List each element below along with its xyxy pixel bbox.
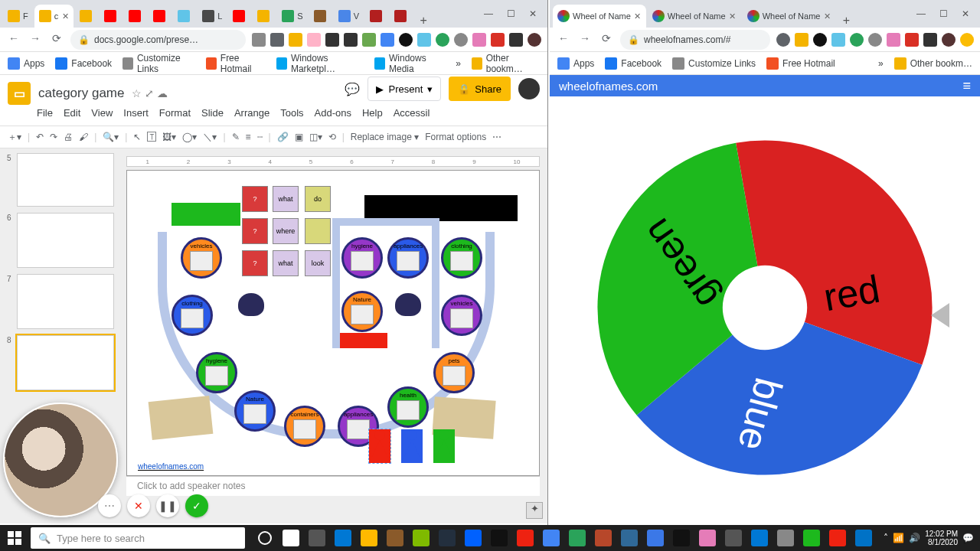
reload-icon[interactable]: ⟳ (599, 32, 614, 47)
mask-icon[interactable]: ◫▾ (309, 132, 322, 142)
blue-pawn[interactable] (401, 429, 423, 463)
hamburger-icon[interactable]: ≡ (962, 78, 971, 94)
new-tab-button[interactable]: + (414, 14, 433, 28)
ext-icon[interactable] (362, 33, 376, 47)
search-icon[interactable] (270, 33, 284, 47)
close-icon[interactable]: ✕ (529, 8, 537, 19)
taskbar-app[interactable] (695, 526, 720, 550)
more-icon[interactable]: ⋯ (98, 494, 121, 517)
account-avatar[interactable] (518, 78, 540, 99)
close-tab-icon[interactable]: ✕ (634, 12, 642, 20)
border-color-icon[interactable]: ✎ (232, 132, 240, 142)
bookmark-item[interactable]: Apps (557, 57, 594, 70)
ext-icon[interactable] (381, 33, 394, 47)
browser-tab[interactable] (309, 5, 332, 28)
forward-icon[interactable]: → (28, 32, 43, 47)
profile-avatar[interactable] (942, 33, 956, 47)
format-options-button[interactable]: Format options (425, 132, 486, 142)
ext-icon[interactable] (252, 33, 266, 47)
ext-icon[interactable] (436, 33, 449, 47)
board-spot[interactable]: appliances (387, 237, 429, 279)
ext-icon[interactable] (454, 33, 468, 47)
menu-item[interactable]: Edit (64, 107, 80, 126)
question-card[interactable]: do (305, 186, 331, 212)
minimize-icon[interactable]: — (484, 8, 493, 19)
board-spot[interactable]: hygiene (341, 237, 383, 279)
question-card[interactable]: what (273, 186, 299, 212)
close-tab-icon[interactable]: ✕ (729, 12, 737, 20)
taskbar-app[interactable] (565, 526, 590, 550)
taskbar-search[interactable]: 🔍 Type here to search (31, 527, 245, 549)
bookmarks-overflow[interactable]: » (878, 58, 884, 69)
browser-tab[interactable]: F (3, 5, 33, 28)
bookmark-item[interactable]: Free Hotmail (766, 57, 835, 70)
taskbar-clock[interactable]: 12:02 PM 8/1/2020 (925, 530, 958, 546)
textbox-icon[interactable]: 🅃 (147, 132, 156, 142)
menu-item[interactable]: Insert (123, 107, 149, 126)
taskbar-app[interactable] (773, 526, 798, 550)
cancel-recording-button[interactable]: ✕ (127, 494, 150, 517)
star-icon[interactable] (795, 33, 808, 47)
slides-logo-icon[interactable]: ▭ (8, 82, 31, 105)
replace-image-button[interactable]: Replace image ▾ (351, 132, 419, 142)
browser-tab[interactable]: Wheel of Name✕ (553, 5, 646, 28)
board-spot[interactable]: Nature (234, 390, 276, 432)
slide-thumb[interactable]: 7 (17, 274, 114, 329)
browser-tab[interactable] (390, 5, 413, 28)
board-spot[interactable]: clothing (172, 295, 213, 336)
question-card[interactable]: ? (242, 186, 268, 212)
taskbar-app[interactable] (799, 526, 824, 550)
menu-item[interactable]: Tools (280, 107, 303, 126)
spinner-wheel[interactable]: red blue green (589, 132, 941, 484)
ext-icon[interactable] (850, 33, 864, 47)
ext-icon[interactable] (307, 33, 321, 47)
taskbar-app[interactable] (669, 526, 694, 550)
browser-tab[interactable] (228, 5, 251, 28)
slide-canvas[interactable]: ?whatdo?where?whatlook vehiclesclothingh… (126, 170, 540, 476)
taskbar-app[interactable] (591, 526, 616, 550)
bookmarks-overflow[interactable]: » (456, 58, 461, 69)
start-button[interactable] (0, 525, 29, 551)
ext-icon[interactable] (472, 33, 486, 47)
other-bookmarks[interactable]: Other bookm… (472, 53, 540, 74)
red-pawn[interactable] (369, 429, 390, 463)
ext-icon[interactable] (887, 33, 900, 47)
browser-tab[interactable] (124, 5, 147, 28)
menu-item[interactable]: Add-ons (315, 107, 351, 126)
reload-icon[interactable]: ⟳ (49, 32, 64, 47)
border-dash-icon[interactable]: ┄ (257, 132, 263, 142)
ext-icon[interactable] (831, 33, 845, 47)
minimize-icon[interactable]: — (916, 8, 926, 19)
back-icon[interactable]: ← (6, 32, 21, 47)
monster-piece[interactable] (395, 293, 421, 316)
shape-icon[interactable]: ◯▾ (182, 132, 197, 142)
menu-item[interactable]: Slide (201, 107, 224, 126)
bookmark-item[interactable]: Windows Marketpl… (276, 53, 364, 74)
cortana-icon[interactable] (253, 526, 277, 550)
browser-tab[interactable] (173, 5, 196, 28)
address-bar[interactable]: 🔒 wheelofnames.com/# (620, 30, 770, 50)
browser-tab[interactable]: S (277, 5, 307, 28)
bookmark-item[interactable]: Facebook (55, 57, 112, 70)
zoom-icon[interactable]: 🔍▾ (103, 132, 119, 142)
close-tab-icon[interactable]: ✕ (823, 12, 831, 20)
browser-tab[interactable]: L (198, 5, 227, 28)
address-bar[interactable]: 🔒 docs.google.com/prese… (70, 30, 246, 50)
ext-icon[interactable] (344, 33, 358, 47)
browser-tab[interactable] (253, 5, 276, 28)
print-icon[interactable]: 🖨 (64, 132, 73, 142)
taskbar-app[interactable] (643, 526, 668, 550)
taskbar-app[interactable] (435, 526, 459, 550)
undo-icon[interactable]: ↶ (36, 132, 44, 142)
taskbar-app[interactable] (617, 526, 642, 550)
comment-icon[interactable]: 💬 (345, 82, 360, 96)
wheel-link[interactable]: wheelofnames.com (138, 462, 204, 471)
taskbar-app[interactable] (383, 526, 407, 550)
browser-tab[interactable]: Wheel of Name✕ (648, 5, 741, 28)
star-icon[interactable] (289, 33, 302, 47)
ext-icon[interactable] (776, 33, 790, 47)
border-weight-icon[interactable]: ≡ (246, 132, 251, 142)
green-pawn[interactable] (433, 429, 455, 463)
share-button[interactable]: 🔒 Share (449, 77, 511, 101)
puzzle-icon[interactable] (923, 33, 937, 47)
